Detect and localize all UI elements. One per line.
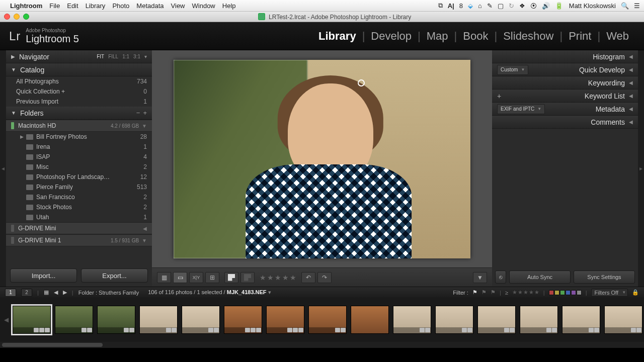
keyword-list-header[interactable]: + Keyword List ◀ <box>492 89 638 103</box>
folder-row[interactable]: Irena1 <box>6 142 152 152</box>
left-edge-toggle[interactable]: ◂ <box>0 50 6 287</box>
filmstrip-thumb[interactable] <box>13 306 51 334</box>
menubar-user[interactable]: Matt Kloskowski <box>569 2 616 10</box>
menu-help[interactable]: Help <box>222 2 236 10</box>
chevron-down-icon[interactable]: ▼ <box>142 123 147 129</box>
filmstrip-thumb[interactable] <box>435 306 473 334</box>
metadata-preset-select[interactable]: EXIF and IPTC ▼ <box>497 104 545 114</box>
plus-icon[interactable]: + <box>497 92 501 100</box>
status-adobe-icon[interactable]: A| <box>448 2 454 10</box>
grid-view-button[interactable]: ▦ <box>157 272 171 283</box>
folder-row[interactable]: Photoshop For Landscap…12 <box>6 172 152 182</box>
filmstrip-thumb[interactable] <box>97 306 135 334</box>
filmstrip-thumb[interactable] <box>604 306 642 334</box>
sync-settings-button[interactable]: Sync Settings <box>574 270 635 284</box>
loupe-photo[interactable] <box>174 60 470 258</box>
chevron-left-icon[interactable]: ◀ <box>143 226 147 231</box>
star-icon[interactable]: ★ <box>260 274 266 282</box>
second-display-button[interactable]: 2 <box>21 289 32 297</box>
color-purple[interactable] <box>571 290 576 295</box>
filter-flag-reject-icon[interactable]: ⚑ <box>491 289 496 296</box>
navigator-header[interactable]: ▶ Navigator FIT FILL 1:1 3:1 ▾ <box>6 50 152 63</box>
color-yellow[interactable] <box>554 290 559 295</box>
folder-row[interactable]: ▶Bill Fortney Photos28 <box>6 132 152 142</box>
filmstrip-thumb[interactable] <box>266 306 304 334</box>
drive-macintosh-hd[interactable]: Macintosh HD 4.2 / 698 GB ▼ <box>6 120 152 132</box>
star-icon[interactable]: ★ <box>523 289 528 296</box>
filmstrip-thumb[interactable] <box>139 306 178 334</box>
export-button[interactable]: Export... <box>81 268 148 283</box>
nav-fill[interactable]: FILL <box>108 54 118 59</box>
filmstrip-thumb[interactable] <box>477 306 516 334</box>
comments-header[interactable]: Comments ◀ <box>492 116 638 129</box>
grid-shortcut-icon[interactable]: ▦ <box>44 289 49 296</box>
chevron-down-icon[interactable]: ▼ <box>142 238 147 243</box>
keywording-header[interactable]: Keywording ◀ <box>492 76 638 89</box>
module-map[interactable]: Map <box>421 30 454 43</box>
nav-fit[interactable]: FIT <box>97 54 104 59</box>
folders-header[interactable]: ▼ Folders − + <box>6 107 152 120</box>
toolbar-menu-button[interactable]: ▼ <box>473 272 487 283</box>
menu-photo[interactable]: Photo <box>112 2 129 10</box>
filter-flag-pick-icon[interactable]: ⚑ <box>472 289 477 296</box>
filter-preset-select[interactable]: Filters Off <box>591 289 628 297</box>
star-icon[interactable]: ★ <box>290 274 296 282</box>
filmstrip-thumb[interactable] <box>224 306 262 334</box>
module-web[interactable]: Web <box>600 30 635 43</box>
filmstrip-thumb[interactable] <box>351 306 389 334</box>
notification-center-icon[interactable]: ☰ <box>634 2 640 10</box>
color-none[interactable] <box>577 290 582 295</box>
status-volume-icon[interactable]: 🔊 <box>542 2 550 10</box>
menu-edit[interactable]: Edit <box>67 2 78 10</box>
filter-rating-op[interactable]: ≥ <box>505 290 508 296</box>
star-icon[interactable]: ★ <box>267 274 274 282</box>
status-bluetooth-icon[interactable]: ❖ <box>519 2 525 10</box>
folder-row[interactable]: San Francisco2 <box>6 192 152 202</box>
filmstrip-thumb[interactable] <box>55 306 93 334</box>
menu-window[interactable]: Window <box>192 2 215 10</box>
folder-row[interactable]: Pierce Family513 <box>6 182 152 192</box>
chevron-right-icon[interactable]: ▶ <box>20 134 26 139</box>
folders-minus-icon[interactable]: − <box>136 109 140 117</box>
module-slideshow[interactable]: Slideshow <box>497 30 559 43</box>
color-blue[interactable] <box>566 290 571 295</box>
import-button[interactable]: Import... <box>10 268 77 283</box>
histogram-header[interactable]: Histogram ◀ <box>492 50 638 63</box>
image-canvas[interactable] <box>152 50 492 267</box>
star-icon[interactable]: ★ <box>282 274 289 282</box>
filmstrip-thumb[interactable] <box>562 306 600 334</box>
filmstrip-thumb[interactable] <box>520 306 558 334</box>
scrollbar-thumb[interactable] <box>2 343 103 347</box>
module-book[interactable]: Book <box>457 30 494 43</box>
zoom-window-button[interactable] <box>23 14 29 20</box>
star-icon[interactable]: ★ <box>518 289 523 296</box>
menu-metadata[interactable]: Metadata <box>136 2 164 10</box>
filmstrip-filename[interactable]: MJK_4183.NEF <box>227 289 267 295</box>
menu-library[interactable]: Library <box>86 2 106 10</box>
rotate-cw-button[interactable]: ↷ <box>317 272 332 283</box>
filmstrip-thumb[interactable] <box>393 306 431 334</box>
minimize-window-button[interactable] <box>14 14 20 20</box>
auto-sync-button[interactable]: Auto Sync <box>509 270 571 284</box>
color-green[interactable] <box>560 290 565 295</box>
nav-1-1[interactable]: 1:1 <box>122 54 129 59</box>
status-timemachine-icon[interactable]: ↻ <box>509 2 514 10</box>
filmstrip-source[interactable]: Folder : Struthers Family <box>78 290 139 296</box>
status-airplay-icon[interactable]: ▢ <box>498 2 504 10</box>
filter-stars[interactable]: ★★★★★ <box>512 289 539 296</box>
catalog-quick-collection[interactable]: Quick Collection + 0 <box>6 86 152 97</box>
menu-app[interactable]: Lightroom <box>10 2 42 10</box>
status-wifi-icon[interactable]: ⦿ <box>530 2 537 10</box>
module-library[interactable]: Library <box>312 30 362 43</box>
quick-develop-header[interactable]: Custom ▼ Quick Develop ◀ <box>492 63 638 76</box>
drive-gdrive-mini[interactable]: G-DRIVE Mini ◀ <box>6 222 152 234</box>
rotate-ccw-button[interactable]: ↶ <box>301 272 315 283</box>
folder-row[interactable]: Utah1 <box>6 212 152 222</box>
spotlight-icon[interactable]: 🔍 <box>621 2 629 10</box>
survey-view-button[interactable]: ⊞ <box>205 272 219 283</box>
folder-row[interactable]: Misc2 <box>6 162 152 172</box>
nav-3-1[interactable]: 3:1 <box>133 54 140 59</box>
filmstrip[interactable]: ◀ ▶ <box>0 298 644 342</box>
nav-next-icon[interactable]: ▶ <box>63 289 67 296</box>
filter-flag-none-icon[interactable]: ⚑ <box>481 289 487 296</box>
